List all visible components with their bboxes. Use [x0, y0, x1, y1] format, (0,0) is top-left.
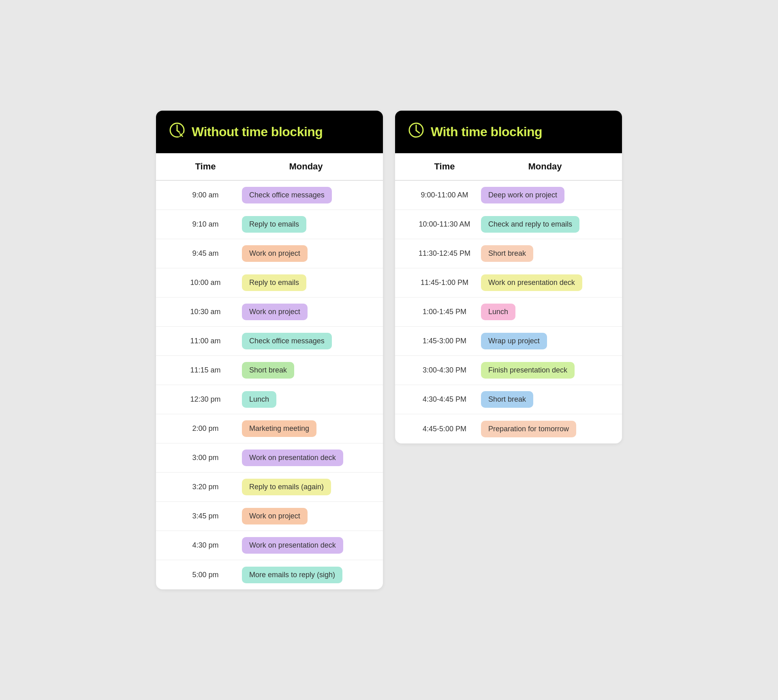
time-cell: 3:45 pm: [169, 512, 242, 520]
task-badge: Work on project: [242, 508, 308, 524]
time-cell: 3:00-4:30 PM: [408, 366, 481, 375]
time-cell: 9:00-11:00 AM: [408, 191, 481, 199]
task-badge: Wrap up project: [481, 333, 547, 349]
task-cell: Check office messages: [242, 333, 370, 349]
task-badge: Short break: [481, 245, 533, 262]
time-cell: 4:45-5:00 PM: [408, 425, 481, 433]
task-cell: Reply to emails: [242, 274, 370, 291]
task-badge: Check office messages: [242, 333, 332, 349]
time-cell: 3:00 pm: [169, 454, 242, 462]
table-row: 1:45-3:00 PM Wrap up project: [395, 327, 622, 356]
task-cell: Preparation for tomorrow: [481, 421, 609, 437]
svg-line-8: [416, 131, 419, 133]
task-cell: Check office messages: [242, 187, 370, 203]
table-row: 2:00 pm Marketing meeting: [156, 414, 383, 443]
table-row: 4:30 pm Work on presentation deck: [156, 531, 383, 560]
task-badge: Check and reply to emails: [481, 216, 579, 233]
task-cell: Reply to emails (again): [242, 479, 370, 495]
task-cell: Work on project: [242, 304, 370, 320]
time-cell: 12:30 pm: [169, 395, 242, 404]
task-badge: More emails to reply (sigh): [242, 567, 342, 583]
time-cell: 5:00 pm: [169, 571, 242, 579]
task-cell: Short break: [242, 362, 370, 379]
table-row: 3:00-4:30 PM Finish presentation deck: [395, 356, 622, 385]
task-badge: Check office messages: [242, 187, 332, 203]
time-cell: 9:10 am: [169, 220, 242, 229]
task-cell: Reply to emails: [242, 216, 370, 233]
time-cell: 1:00-1:45 PM: [408, 308, 481, 316]
table-row: 10:00 am Reply to emails: [156, 268, 383, 298]
left-card-title: Without time blocking: [192, 124, 323, 139]
time-cell: 11:15 am: [169, 366, 242, 375]
task-cell: Work on project: [242, 245, 370, 262]
task-cell: Short break: [481, 391, 609, 408]
left-table-header: Time Monday: [156, 153, 383, 181]
table-row: 11:15 am Short break: [156, 356, 383, 385]
table-row: 3:45 pm Work on project: [156, 502, 383, 531]
task-badge: Work on presentation deck: [242, 537, 343, 554]
task-badge: Lunch: [481, 304, 515, 320]
right-card-title: With time blocking: [431, 124, 542, 139]
right-col-day: Monday: [481, 161, 609, 172]
table-row: 4:30-4:45 PM Short break: [395, 385, 622, 414]
table-row: 11:00 am Check office messages: [156, 327, 383, 356]
task-cell: Lunch: [242, 391, 370, 408]
time-cell: 10:30 am: [169, 308, 242, 316]
task-badge: Finish presentation deck: [481, 362, 575, 379]
table-row: 3:00 pm Work on presentation deck: [156, 443, 383, 473]
left-table: Time Monday 9:00 am Check office message…: [156, 153, 383, 589]
table-row: 4:45-5:00 PM Preparation for tomorrow: [395, 414, 622, 443]
left-table-rows: 9:00 am Check office messages 9:10 am Re…: [156, 181, 383, 589]
time-cell: 11:00 am: [169, 337, 242, 345]
task-badge: Lunch: [242, 391, 276, 408]
time-cell: 11:30-12:45 PM: [408, 249, 481, 258]
table-row: 10:30 am Work on project: [156, 298, 383, 327]
time-cell: 10:00 am: [169, 278, 242, 287]
task-badge: Work on presentation deck: [242, 450, 343, 466]
time-cell: 2:00 pm: [169, 424, 242, 433]
task-cell: Work on presentation deck: [242, 450, 370, 466]
task-cell: Check and reply to emails: [481, 216, 609, 233]
task-badge: Work on project: [242, 304, 308, 320]
time-cell: 4:30 pm: [169, 541, 242, 550]
time-cell: 3:20 pm: [169, 483, 242, 491]
left-card-header: Without time blocking: [156, 111, 383, 153]
task-cell: Work on presentation deck: [481, 274, 609, 291]
time-cell: 1:45-3:00 PM: [408, 337, 481, 345]
time-cell: 4:30-4:45 PM: [408, 395, 481, 404]
task-badge: Deep work on project: [481, 187, 564, 203]
task-badge: Reply to emails: [242, 216, 306, 233]
task-cell: More emails to reply (sigh): [242, 567, 370, 583]
table-row: 12:30 pm Lunch: [156, 385, 383, 414]
task-badge: Marketing meeting: [242, 420, 316, 437]
task-cell: Marketing meeting: [242, 420, 370, 437]
task-cell: Short break: [481, 245, 609, 262]
task-badge: Short break: [481, 391, 533, 408]
page-wrapper: Without time blocking Time Monday 9:00 a…: [156, 111, 622, 589]
task-badge: Work on project: [242, 245, 308, 262]
table-row: 5:00 pm More emails to reply (sigh): [156, 560, 383, 589]
table-row: 9:45 am Work on project: [156, 239, 383, 268]
left-card: Without time blocking Time Monday 9:00 a…: [156, 111, 383, 589]
task-badge: Work on presentation deck: [481, 274, 582, 291]
time-cell: 9:00 am: [169, 191, 242, 199]
left-col-time: Time: [169, 161, 242, 172]
task-cell: Lunch: [481, 304, 609, 320]
table-row: 11:45-1:00 PM Work on presentation deck: [395, 268, 622, 298]
time-cell: 10:00-11:30 AM: [408, 220, 481, 229]
left-col-day: Monday: [242, 161, 370, 172]
table-row: 11:30-12:45 PM Short break: [395, 239, 622, 268]
time-cell: 11:45-1:00 PM: [408, 278, 481, 287]
with-icon: [408, 122, 424, 142]
table-row: 9:00 am Check office messages: [156, 181, 383, 210]
time-cell: 9:45 am: [169, 249, 242, 258]
right-table: Time Monday 9:00-11:00 AM Deep work on p…: [395, 153, 622, 443]
task-badge: Reply to emails (again): [242, 479, 331, 495]
table-row: 9:10 am Reply to emails: [156, 210, 383, 239]
task-badge: Reply to emails: [242, 274, 306, 291]
right-table-header: Time Monday: [395, 153, 622, 181]
right-table-rows: 9:00-11:00 AM Deep work on project 10:00…: [395, 181, 622, 443]
task-cell: Wrap up project: [481, 333, 609, 349]
task-cell: Work on project: [242, 508, 370, 524]
table-row: 3:20 pm Reply to emails (again): [156, 473, 383, 502]
